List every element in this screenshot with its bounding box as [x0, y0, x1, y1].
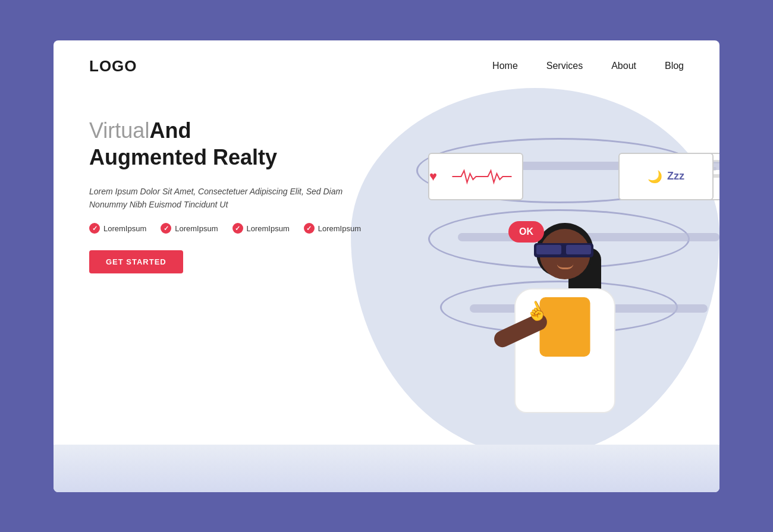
vr-scene: ♥ 🌙 Zzz OK — [410, 105, 719, 438]
hero-description: Lorem Ipsum Dolor Sit Amet, Consectetuer… — [89, 185, 375, 212]
smile — [557, 263, 573, 269]
header: LOGO Home Services About Blog — [54, 40, 719, 87]
hero-title: VirtualAnd Augmented Realty — [89, 117, 375, 171]
title-virtual: Virtual — [89, 118, 149, 143]
glass-right — [566, 245, 591, 254]
ecg-chart — [442, 168, 522, 185]
sleep-panel: 🌙 Zzz — [618, 153, 714, 200]
zzz-icon: Zzz — [667, 170, 684, 182]
shirt — [540, 297, 590, 357]
bottom-wave — [54, 445, 719, 492]
hero-left: VirtualAnd Augmented Realty Lorem Ipsum … — [89, 105, 375, 274]
moon-icon: 🌙 — [648, 169, 662, 184]
nav-blog[interactable]: Blog — [665, 61, 684, 71]
feature-label-4: LoremIpsum — [318, 224, 361, 233]
nav-home[interactable]: Home — [492, 61, 518, 71]
vr-glasses — [534, 243, 593, 257]
glass-left — [536, 245, 561, 254]
heart-icon: ♥ — [429, 169, 437, 184]
check-icon-4: ✓ — [304, 223, 315, 234]
get-started-button[interactable]: GET STARTED — [89, 250, 183, 273]
navigation: Home Services About Blog — [492, 61, 684, 71]
check-icon-3: ✓ — [232, 223, 243, 234]
nav-about[interactable]: About — [611, 61, 636, 71]
hero-right-illustration: ♥ 🌙 Zzz OK — [375, 105, 684, 450]
feature-label-3: LoremIpsum — [247, 224, 290, 233]
nav-services[interactable]: Services — [546, 61, 583, 71]
hero-section: VirtualAnd Augmented Realty Lorem Ipsum … — [54, 87, 719, 450]
logo: LOGO — [89, 57, 137, 75]
ok-button[interactable]: OK — [508, 221, 544, 243]
feature-item-3: ✓ LoremIpsum — [232, 223, 290, 234]
feature-item-1: ✓ LoremIpsum — [89, 223, 146, 234]
feature-item-4: ✓ LoremIpsum — [304, 223, 361, 234]
page-container: LOGO Home Services About Blog VirtualAnd… — [54, 40, 719, 492]
title-augmented: Augmented Realty — [89, 145, 277, 169]
feature-label-1: LoremIpsum — [103, 224, 146, 233]
check-icon-2: ✓ — [161, 223, 171, 234]
check-icon-1: ✓ — [89, 223, 100, 234]
feature-item-2: ✓ LoremIpsum — [161, 223, 218, 234]
feature-label-2: LoremIpsum — [175, 224, 218, 233]
person-illustration: ☝ — [482, 212, 648, 438]
heart-rate-panel: ♥ — [428, 153, 523, 200]
title-and: And — [149, 118, 191, 143]
features-list: ✓ LoremIpsum ✓ LoremIpsum ✓ LoremIpsum ✓… — [89, 223, 375, 234]
